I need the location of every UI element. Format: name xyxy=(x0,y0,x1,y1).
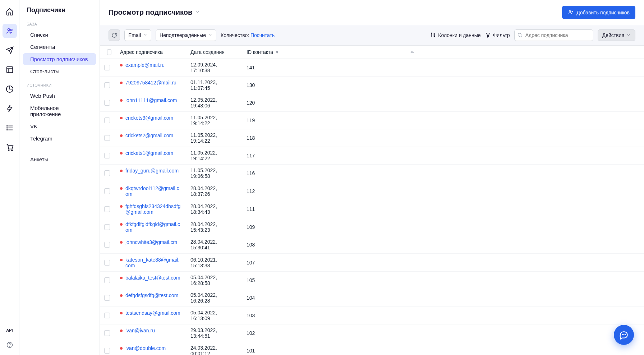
nav-home-icon[interactable] xyxy=(3,4,17,19)
cell-id: 109 xyxy=(242,218,644,236)
row-checkbox[interactable] xyxy=(104,277,110,283)
sidebar-item[interactable]: VK xyxy=(23,120,96,132)
side-nav-title: Подписчики xyxy=(19,6,100,20)
cell-date: 28.04.2022, 15:43:23 xyxy=(186,218,242,236)
count-label: Количество: Посчитать xyxy=(221,32,275,38)
table-row: johncwhite3@gmail.cm28.04.2022, 15:30:41… xyxy=(100,236,644,254)
row-checkbox[interactable] xyxy=(104,100,110,106)
row-checkbox[interactable] xyxy=(104,170,110,176)
count-calculate-link[interactable]: Посчитать xyxy=(250,32,275,38)
columns-icon xyxy=(430,32,436,39)
subscriber-email-link[interactable]: friday_guru@gmail.com xyxy=(125,168,179,174)
filter-button[interactable]: Фильтр xyxy=(485,32,510,39)
nav-subscribers-icon[interactable] xyxy=(3,24,17,38)
svg-point-11 xyxy=(8,150,9,151)
table-row: friday_guru@gmail.com11.05.2022, 19:06:5… xyxy=(100,165,644,182)
table-row: balalaika_test@test.com05.04.2022, 16:28… xyxy=(100,272,644,289)
status-dot-icon xyxy=(120,347,123,350)
columns-button[interactable]: Колонки и данные xyxy=(430,32,480,39)
channel-dropdown[interactable]: Email xyxy=(124,29,151,41)
sidebar-item[interactable]: Мобильное приложение xyxy=(23,102,96,120)
sidebar-item[interactable]: Стоп-листы xyxy=(23,65,96,77)
row-checkbox[interactable] xyxy=(104,65,110,70)
sidebar-item[interactable]: Telegram xyxy=(23,133,96,144)
status-dot-icon xyxy=(120,205,123,208)
subscriber-email-link[interactable]: testsendsay@gmail.com xyxy=(125,310,180,316)
chat-fab[interactable] xyxy=(614,325,634,345)
nav-automation-icon[interactable] xyxy=(3,101,17,116)
status-dot-icon xyxy=(120,187,123,190)
subscriber-email-link[interactable]: dfkfgdlfgldfkgld@gmail.com xyxy=(125,221,182,233)
page-title-dropdown[interactable]: Просмотр подписчиков xyxy=(109,8,200,17)
row-checkbox[interactable] xyxy=(104,242,110,248)
nav-help-icon[interactable] xyxy=(6,342,13,349)
svg-point-12 xyxy=(12,150,13,151)
subscriber-email-link[interactable]: crickets1@gmail.com xyxy=(125,150,173,156)
chevron-down-icon xyxy=(195,9,200,15)
row-checkbox[interactable] xyxy=(104,188,110,194)
subscriber-email-link[interactable]: ivan@double.com xyxy=(125,345,166,351)
header-date[interactable]: Дата создания xyxy=(186,46,242,59)
subscriber-email-link[interactable]: crickets2@gmail.com xyxy=(125,133,173,138)
row-checkbox[interactable] xyxy=(104,313,110,318)
search-icon xyxy=(517,32,523,39)
sidebar-item[interactable]: Анкеты xyxy=(23,153,96,165)
add-subscribers-button[interactable]: Добавить подписчиков xyxy=(562,6,635,19)
status-dot-icon xyxy=(120,312,123,314)
subscriber-email-link[interactable]: defgdsfgsdfg@test.com xyxy=(125,292,178,298)
cell-date: 28.04.2022, 18:34:43 xyxy=(186,200,242,218)
subscriber-email-link[interactable]: fghfdsghfs234324dhsdfg@gmail.com xyxy=(125,203,182,215)
status-dot-icon xyxy=(120,259,123,261)
header-email[interactable]: Адрес подписчика xyxy=(116,46,186,59)
cell-id: 112 xyxy=(242,182,644,200)
row-checkbox[interactable] xyxy=(104,153,110,158)
sidebar-item[interactable]: Списки xyxy=(23,29,96,41)
table-header-row: Адрес подписчика Дата создания ID контак… xyxy=(100,46,644,59)
subscriber-email-link[interactable]: ivan@ivan.ru xyxy=(125,328,155,333)
nav-layout-icon[interactable] xyxy=(3,63,17,77)
row-checkbox[interactable] xyxy=(104,135,110,141)
sidebar-item[interactable]: Просмотр подписчиков xyxy=(23,53,96,65)
row-checkbox[interactable] xyxy=(104,348,110,354)
subscriber-email-link[interactable]: johncwhite3@gmail.cm xyxy=(125,239,177,245)
row-checkbox[interactable] xyxy=(104,224,110,230)
cell-id: 120 xyxy=(242,94,644,111)
nav-list-icon[interactable] xyxy=(3,121,17,135)
select-all-checkbox[interactable] xyxy=(107,49,111,55)
row-checkbox[interactable] xyxy=(104,295,110,301)
table-row: crickets2@gmail.com11.05.2022, 19:14:221… xyxy=(100,129,644,147)
subscriber-email-link[interactable]: dkqtwrdool112@gmail.com xyxy=(125,185,182,197)
subscriber-email-link[interactable]: 79209758412@mail.ru xyxy=(125,80,176,86)
subscriber-email-link[interactable]: crickets3@gmail.com xyxy=(125,115,173,121)
cell-date: 05.04.2022, 16:13:09 xyxy=(186,307,242,324)
nav-reports-icon[interactable] xyxy=(3,82,17,96)
cell-date: 12.09.2024, 17:10:38 xyxy=(186,59,242,76)
refresh-button[interactable] xyxy=(109,29,120,41)
cell-date: 29.03.2022, 13:44:51 xyxy=(186,324,242,342)
row-checkbox[interactable] xyxy=(104,260,110,266)
nav-send-icon[interactable] xyxy=(3,43,17,57)
actions-dropdown[interactable]: Действия xyxy=(598,29,635,41)
column-resize-handle[interactable]: ⇹ xyxy=(410,50,414,55)
sidebar-item[interactable]: Сегменты xyxy=(23,41,96,53)
subscriber-email-link[interactable]: balalaika_test@test.com xyxy=(125,275,180,281)
subscriber-email-link[interactable]: example@mail.ru xyxy=(125,62,165,68)
nav-api-link[interactable]: API xyxy=(6,328,13,332)
cell-id: 103 xyxy=(242,307,644,324)
cell-id: 116 xyxy=(242,165,644,182)
subscriber-email-link[interactable]: kateson_kate88@gmail.com xyxy=(125,257,182,268)
table-row: dfkfgdlfgldfkgld@gmail.com28.04.2022, 15… xyxy=(100,218,644,236)
sidebar-item[interactable]: Web Push xyxy=(23,90,96,102)
row-checkbox[interactable] xyxy=(104,117,110,123)
page-title: Просмотр подписчиков xyxy=(109,8,192,17)
cell-date: 11.05.2022, 19:14:22 xyxy=(186,147,242,164)
nav-cart-icon[interactable] xyxy=(3,140,17,155)
add-subscribers-label: Добавить подписчиков xyxy=(576,10,630,15)
row-checkbox[interactable] xyxy=(104,330,110,336)
search-input[interactable] xyxy=(514,29,593,41)
header-id[interactable]: ID контакта ▼ ⇹ xyxy=(242,46,644,59)
status-dropdown[interactable]: Неподтверждённые xyxy=(156,29,216,41)
row-checkbox[interactable] xyxy=(104,206,110,212)
subscriber-email-link[interactable]: john11111@gmail.com xyxy=(125,97,177,103)
row-checkbox[interactable] xyxy=(104,82,110,88)
